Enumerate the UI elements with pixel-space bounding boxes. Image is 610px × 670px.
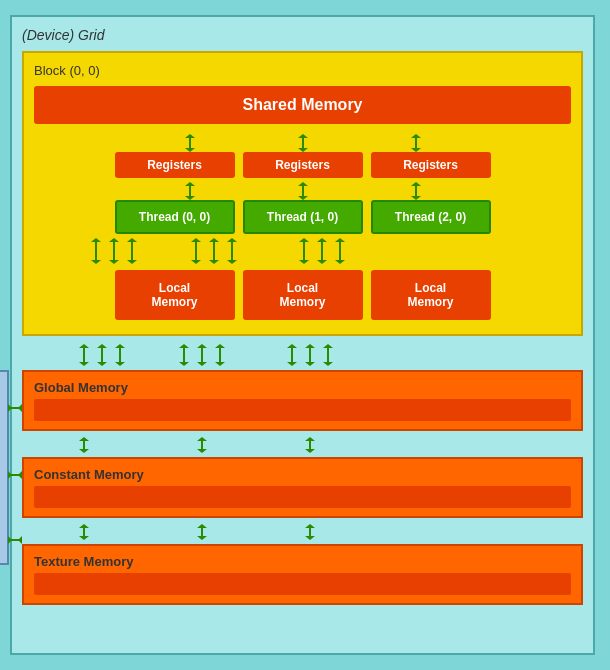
constant-memory-section: Constant Memory <box>22 457 583 518</box>
svg-marker-86 <box>197 449 207 453</box>
svg-marker-64 <box>287 344 297 348</box>
svg-marker-67 <box>305 344 315 348</box>
registers-to-threads-arrows <box>133 182 473 200</box>
svg-marker-70 <box>323 344 333 348</box>
svg-marker-43 <box>335 238 345 242</box>
svg-marker-85 <box>197 437 207 441</box>
svg-marker-92 <box>79 536 89 540</box>
svg-marker-88 <box>305 437 315 441</box>
register-column-2: Registers <box>371 152 491 178</box>
thread-column-1: Thread (1, 0) <box>243 200 363 234</box>
register-box-1: Registers <box>243 152 363 178</box>
global-to-constant-arrows <box>27 437 578 453</box>
host-constant-arrow <box>8 467 22 483</box>
block-area: Block (0, 0) Shared Memory <box>22 51 583 336</box>
global-memory-section: Global Memory <box>22 370 583 431</box>
svg-marker-94 <box>197 524 207 528</box>
svg-marker-76 <box>8 471 12 479</box>
outer-container: (Device) Grid Block (0, 0) Shared Memory <box>0 0 610 670</box>
local-memory-box-2: Local Memory <box>371 270 491 320</box>
svg-marker-71 <box>323 362 333 366</box>
svg-marker-37 <box>299 238 309 242</box>
svg-marker-91 <box>79 524 89 528</box>
thread-box-0: Thread (0, 0) <box>115 200 235 234</box>
bottom-sections: Host Global Memory <box>22 370 583 605</box>
block-label: Block (0, 0) <box>34 63 571 78</box>
svg-marker-44 <box>335 260 345 264</box>
svg-marker-41 <box>317 260 327 264</box>
thread-box-2: Thread (2, 0) <box>371 200 491 234</box>
register-box-0: Registers <box>115 152 235 178</box>
local-memory-row: Local Memory Local Memory Local Memory <box>34 270 571 320</box>
local-memory-box-1: Local Memory <box>243 270 363 320</box>
svg-marker-47 <box>79 362 89 366</box>
svg-marker-77 <box>18 471 22 479</box>
svg-marker-40 <box>317 238 327 242</box>
thread-column-0: Thread (0, 0) <box>115 200 235 234</box>
svg-marker-53 <box>115 362 125 366</box>
svg-marker-34 <box>227 238 237 242</box>
svg-marker-59 <box>197 362 207 366</box>
constant-memory-inner <box>34 486 571 508</box>
svg-marker-50 <box>97 362 107 366</box>
device-grid: (Device) Grid Block (0, 0) Shared Memory <box>10 15 595 655</box>
svg-marker-22 <box>109 238 119 242</box>
global-memory-label: Global Memory <box>34 380 571 395</box>
svg-marker-52 <box>115 344 125 348</box>
global-memory-inner <box>34 399 571 421</box>
thread-box-1: Thread (1, 0) <box>243 200 363 234</box>
local-memory-column-0: Local Memory <box>115 270 235 320</box>
texture-memory-label: Texture Memory <box>34 554 571 569</box>
svg-marker-25 <box>127 238 137 242</box>
svg-marker-46 <box>79 344 89 348</box>
svg-marker-62 <box>215 362 225 366</box>
local-memory-column-1: Local Memory <box>243 270 363 320</box>
svg-marker-13 <box>298 182 308 186</box>
svg-marker-65 <box>287 362 297 366</box>
host-texture-arrow <box>8 532 22 548</box>
svg-marker-98 <box>305 536 315 540</box>
local-memory-column-2: Local Memory <box>371 270 491 320</box>
svg-marker-7 <box>411 134 421 138</box>
threads-to-local-arrows <box>39 238 566 266</box>
svg-marker-19 <box>91 238 101 242</box>
register-column-0: Registers <box>115 152 235 178</box>
svg-marker-80 <box>18 536 22 544</box>
local-memory-box-0: Local Memory <box>115 270 235 320</box>
svg-marker-26 <box>127 260 137 264</box>
thread-column-2: Thread (2, 0) <box>371 200 491 234</box>
svg-marker-29 <box>191 260 201 264</box>
register-box-2: Registers <box>371 152 491 178</box>
svg-marker-82 <box>79 437 89 441</box>
register-column-1: Registers <box>243 152 363 178</box>
svg-marker-55 <box>179 344 189 348</box>
block-to-global-arrows <box>27 344 578 366</box>
svg-marker-74 <box>18 404 22 412</box>
threads-row: Thread (0, 0) Thread (1, 0) Thread (2, 0… <box>34 200 571 234</box>
svg-marker-61 <box>215 344 225 348</box>
constant-to-texture-arrows <box>27 524 578 540</box>
svg-marker-49 <box>97 344 107 348</box>
svg-marker-28 <box>191 238 201 242</box>
svg-marker-1 <box>185 134 195 138</box>
texture-memory-inner <box>34 573 571 595</box>
svg-marker-83 <box>79 449 89 453</box>
svg-marker-16 <box>411 182 421 186</box>
shared-memory-bar: Shared Memory <box>34 86 571 124</box>
shared-to-registers-arrows <box>133 134 473 152</box>
svg-marker-95 <box>197 536 207 540</box>
svg-marker-56 <box>179 362 189 366</box>
svg-marker-20 <box>91 260 101 264</box>
svg-marker-10 <box>185 182 195 186</box>
registers-row: Registers Registers Registers <box>34 152 571 178</box>
host-global-arrow <box>8 400 22 416</box>
texture-memory-section: Texture Memory <box>22 544 583 605</box>
svg-marker-89 <box>305 449 315 453</box>
svg-marker-97 <box>305 524 315 528</box>
svg-marker-68 <box>305 362 315 366</box>
svg-marker-73 <box>8 404 12 412</box>
svg-marker-32 <box>209 260 219 264</box>
svg-marker-23 <box>109 260 119 264</box>
svg-marker-38 <box>299 260 309 264</box>
constant-memory-label: Constant Memory <box>34 467 571 482</box>
